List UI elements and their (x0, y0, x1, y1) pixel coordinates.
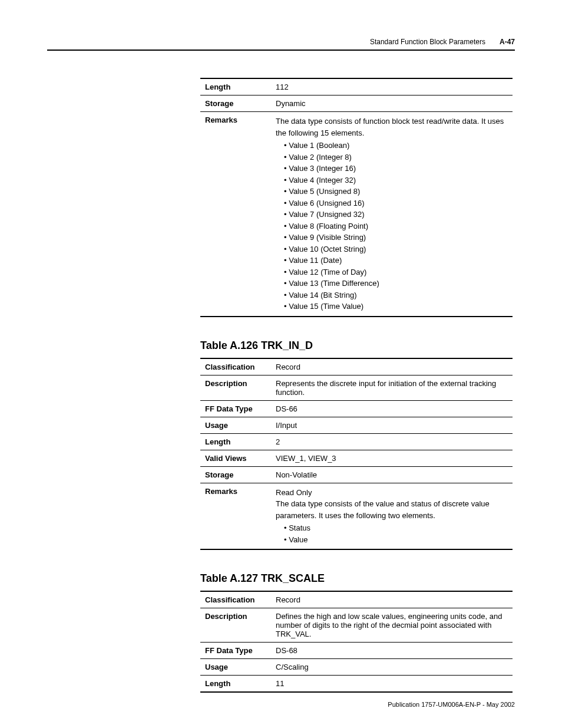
cell-key: Usage (200, 417, 271, 433)
cell-val: The data type consists of function block… (271, 112, 513, 317)
list-item: Value 2 (Integer 8) (284, 151, 508, 163)
remarks-intro-1: Read Only (276, 487, 508, 499)
table-row: Usage I/Input (200, 417, 513, 433)
remarks-intro-2: The data type consists of the value and … (276, 498, 508, 521)
cell-val: Record (271, 358, 513, 375)
param-table-continued: Length 112 Storage Dynamic Remarks The d… (200, 78, 513, 317)
cell-key: Description (200, 375, 271, 400)
cell-key: Storage (200, 95, 271, 112)
table-row: Length 11 (200, 676, 513, 693)
cell-key: Storage (200, 466, 271, 483)
cell-val: 112 (271, 78, 513, 95)
list-item: Value 4 (Integer 32) (284, 174, 508, 186)
param-table-trk-in-d: Classification Record Description Repres… (200, 358, 513, 551)
cell-key: Length (200, 676, 271, 693)
table-row: Remarks Read Only The data type consists… (200, 483, 513, 549)
table-row: Length 2 (200, 433, 513, 450)
remarks-list: Status Value (276, 522, 508, 545)
table-row: Storage Non-Volatile (200, 466, 513, 483)
table-row: Valid Views VIEW_1, VIEW_3 (200, 450, 513, 466)
cell-val: 2 (271, 433, 513, 450)
cell-key: FF Data Type (200, 400, 271, 417)
table-row: FF Data Type DS-68 (200, 643, 513, 659)
table-title-trk-in-d: Table A.126 TRK_IN_D (200, 340, 513, 352)
list-item: Value (284, 534, 508, 546)
list-item: Value 10 (Octet String) (284, 243, 508, 255)
table-row: Classification Record (200, 591, 513, 608)
header-title: Standard Function Block Parameters (370, 38, 485, 46)
cell-val: Read Only The data type consists of the … (271, 483, 513, 549)
param-table-trk-scale: Classification Record Description Define… (200, 591, 513, 693)
cell-val: I/Input (271, 417, 513, 433)
cell-val: Represents the discrete input for initia… (271, 375, 513, 400)
content-area: Length 112 Storage Dynamic Remarks The d… (200, 78, 513, 693)
list-item: Value 8 (Floating Point) (284, 220, 508, 232)
list-item: Value 5 (Unsigned 8) (284, 186, 508, 197)
cell-val: Non-Volatile (271, 466, 513, 483)
remarks-list: Value 1 (Boolean) Value 2 (Integer 8) Va… (276, 140, 508, 312)
list-item: Value 3 (Integer 16) (284, 163, 508, 174)
list-item: Value 11 (Date) (284, 255, 508, 266)
cell-key: Valid Views (200, 450, 271, 466)
remarks-intro: The data type consists of function block… (276, 116, 508, 139)
list-item: Value 13 (Time Difference) (284, 278, 508, 289)
list-item: Value 6 (Unsigned 16) (284, 197, 508, 209)
cell-val: Defines the high and low scale values, e… (271, 608, 513, 643)
cell-key: Length (200, 433, 271, 450)
cell-val: 11 (271, 676, 513, 693)
list-item: Status (284, 522, 508, 534)
table-row: Storage Dynamic (200, 95, 513, 112)
table-row: Classification Record (200, 358, 513, 375)
table-row: Description Represents the discrete inpu… (200, 375, 513, 400)
table-title-trk-scale: Table A.127 TRK_SCALE (200, 572, 513, 585)
list-item: Value 7 (Unsigned 32) (284, 209, 508, 220)
cell-val: Dynamic (271, 95, 513, 112)
table-row: Description Defines the high and low sca… (200, 608, 513, 643)
list-item: Value 14 (Bit String) (284, 289, 508, 301)
list-item: Value 1 (Boolean) (284, 140, 508, 151)
cell-key: Classification (200, 358, 271, 375)
header-rule (47, 50, 515, 51)
cell-key: FF Data Type (200, 643, 271, 659)
cell-key: Description (200, 608, 271, 643)
list-item: Value 9 (Visible String) (284, 232, 508, 243)
publication-footer: Publication 1757-UM006A-EN-P - May 2002 (388, 701, 515, 708)
cell-key: Classification (200, 591, 271, 608)
cell-val: DS-66 (271, 400, 513, 417)
header-page-number: A-47 (500, 38, 515, 46)
table-row: FF Data Type DS-66 (200, 400, 513, 417)
table-row: Usage C/Scaling (200, 659, 513, 676)
cell-key: Usage (200, 659, 271, 676)
list-item: Value 15 (Time Value) (284, 301, 508, 312)
table-row: Remarks The data type consists of functi… (200, 112, 513, 317)
table-row: Length 112 (200, 78, 513, 95)
cell-val: VIEW_1, VIEW_3 (271, 450, 513, 466)
cell-val: Record (271, 591, 513, 608)
cell-key: Length (200, 78, 271, 95)
running-header: Standard Function Block Parameters A-47 (47, 38, 515, 46)
cell-key: Remarks (200, 112, 271, 317)
cell-val: DS-68 (271, 643, 513, 659)
cell-val: C/Scaling (271, 659, 513, 676)
list-item: Value 12 (Time of Day) (284, 266, 508, 278)
cell-key: Remarks (200, 483, 271, 549)
